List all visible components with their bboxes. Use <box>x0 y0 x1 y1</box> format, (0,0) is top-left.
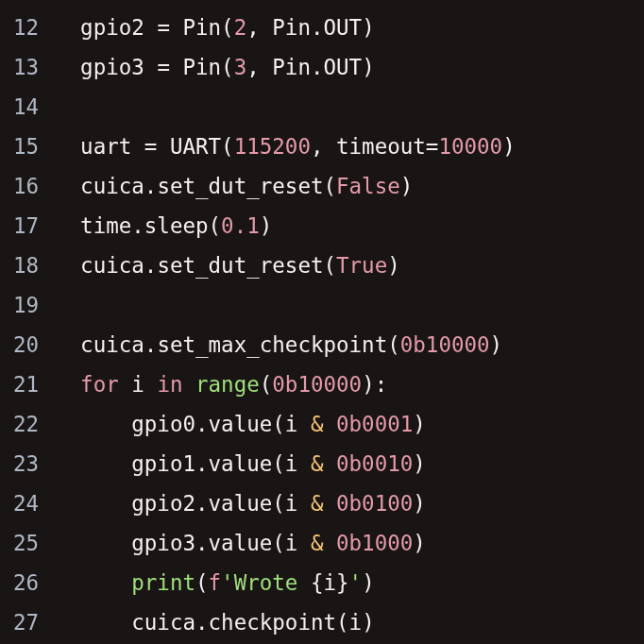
code-token <box>170 15 183 40</box>
code-token: & <box>311 491 324 516</box>
line-number: 12 <box>0 8 55 47</box>
code-content[interactable] <box>55 87 80 127</box>
code-token: ( <box>272 491 285 516</box>
code-token: & <box>311 531 324 555</box>
code-token <box>131 134 144 159</box>
code-token: , <box>246 15 260 40</box>
code-content[interactable]: gpio1.value(i & 0b0010) <box>55 444 426 483</box>
line-number: 14 <box>0 87 55 127</box>
code-line[interactable]: 19 <box>0 285 644 325</box>
code-content[interactable]: print(f'Wrote {i}') <box>55 563 375 602</box>
code-token: i <box>285 491 298 516</box>
line-number: 15 <box>0 127 55 166</box>
code-token: 0b0010 <box>336 451 413 476</box>
code-token <box>297 412 311 436</box>
code-content[interactable]: time.sleep(0.1) <box>55 206 272 246</box>
line-number: 17 <box>0 206 55 246</box>
code-token: OUT <box>323 55 362 79</box>
code-line[interactable]: 24 gpio2.value(i & 0b0100) <box>0 483 644 523</box>
code-token: ) <box>502 134 516 159</box>
code-content[interactable]: cuica.checkpoint(i) <box>55 602 375 642</box>
code-token: 0b0001 <box>336 412 413 436</box>
code-token: . <box>144 174 158 198</box>
code-line[interactable]: 21 for i in range(0b10000): <box>0 364 644 404</box>
code-token: ( <box>209 213 222 238</box>
code-token <box>260 15 273 40</box>
code-token: value <box>209 531 273 555</box>
code-token: ) <box>413 531 426 555</box>
line-number: 18 <box>0 246 55 285</box>
code-token: ( <box>272 412 285 436</box>
code-token <box>323 412 336 436</box>
code-token: Pin <box>272 55 311 79</box>
code-line[interactable]: 16 cuica.set_dut_reset(False) <box>0 166 644 206</box>
code-token: } <box>336 570 349 595</box>
code-token: i <box>285 412 298 436</box>
code-token: 0b10000 <box>272 372 362 397</box>
code-line[interactable]: 17 time.sleep(0.1) <box>0 206 644 246</box>
code-token: 3 <box>234 55 247 79</box>
code-line[interactable]: 18 cuica.set_dut_reset(True) <box>0 246 644 285</box>
code-line[interactable]: 13 gpio3 = Pin(3, Pin.OUT) <box>0 47 644 87</box>
code-content[interactable] <box>55 285 80 325</box>
code-token: set_max_checkpoint <box>157 332 387 357</box>
code-token: ) <box>362 15 375 40</box>
code-token: . <box>131 213 144 238</box>
code-token: = <box>426 134 439 159</box>
code-token <box>323 531 336 555</box>
code-line[interactable]: 20 cuica.set_max_checkpoint(0b10000) <box>0 325 644 364</box>
code-token: ( <box>221 15 234 40</box>
line-number: 19 <box>0 285 55 325</box>
code-editor[interactable]: 12 gpio2 = Pin(2, Pin.OUT)13 gpio3 = Pin… <box>0 0 644 642</box>
code-content[interactable]: gpio0.value(i & 0b0001) <box>55 404 426 444</box>
code-token <box>157 134 170 159</box>
code-token: i <box>323 570 336 595</box>
code-token: cuica <box>80 253 144 278</box>
code-line[interactable]: 12 gpio2 = Pin(2, Pin.OUT) <box>0 8 644 47</box>
code-token: ( <box>221 55 234 79</box>
code-token: ( <box>323 174 336 198</box>
code-token: False <box>336 174 400 198</box>
code-token: 'Wrote <box>221 570 311 595</box>
code-content[interactable]: gpio2 = Pin(2, Pin.OUT) <box>55 8 375 47</box>
code-token: i <box>349 610 363 635</box>
code-token <box>144 372 158 397</box>
code-line[interactable]: 25 gpio3.value(i & 0b1000) <box>0 523 644 563</box>
code-token <box>297 531 311 555</box>
code-line[interactable]: 15 uart = UART(115200, timeout=10000) <box>0 127 644 166</box>
code-token: ( <box>260 372 273 397</box>
code-token: checkpoint <box>209 610 336 635</box>
code-content[interactable]: gpio2.value(i & 0b0100) <box>55 483 426 523</box>
code-token <box>119 372 132 397</box>
code-content[interactable]: for i in range(0b10000): <box>55 364 387 404</box>
code-line[interactable]: 22 gpio0.value(i & 0b0001) <box>0 404 644 444</box>
code-content[interactable]: cuica.set_max_checkpoint(0b10000) <box>55 325 502 364</box>
code-token: ) <box>413 491 426 516</box>
code-token: 0b1000 <box>336 531 413 555</box>
code-token: ) <box>260 213 273 238</box>
code-token: ( <box>221 134 234 159</box>
code-content[interactable]: cuica.set_dut_reset(True) <box>55 246 400 285</box>
code-token: = <box>157 15 170 40</box>
code-content[interactable]: uart = UART(115200, timeout=10000) <box>55 127 516 166</box>
code-token: uart <box>80 134 131 159</box>
code-token <box>297 451 311 476</box>
code-line[interactable]: 23 gpio1.value(i & 0b0010) <box>0 444 644 483</box>
code-content[interactable]: gpio3 = Pin(3, Pin.OUT) <box>55 47 375 87</box>
code-token: value <box>209 491 273 516</box>
code-line[interactable]: 14 <box>0 87 644 127</box>
code-token <box>323 134 336 159</box>
code-line[interactable]: 27 cuica.checkpoint(i) <box>0 602 644 642</box>
code-token: ( <box>195 570 209 595</box>
code-token: . <box>195 451 209 476</box>
code-token: Pin <box>272 15 311 40</box>
code-token: . <box>144 253 158 278</box>
code-token: . <box>311 15 324 40</box>
line-number: 27 <box>0 602 55 642</box>
line-number: 25 <box>0 523 55 563</box>
line-number: 23 <box>0 444 55 483</box>
code-line[interactable]: 26 print(f'Wrote {i}') <box>0 563 644 602</box>
code-content[interactable]: gpio3.value(i & 0b1000) <box>55 523 426 563</box>
code-content[interactable]: cuica.set_dut_reset(False) <box>55 166 413 206</box>
code-token <box>170 55 183 79</box>
